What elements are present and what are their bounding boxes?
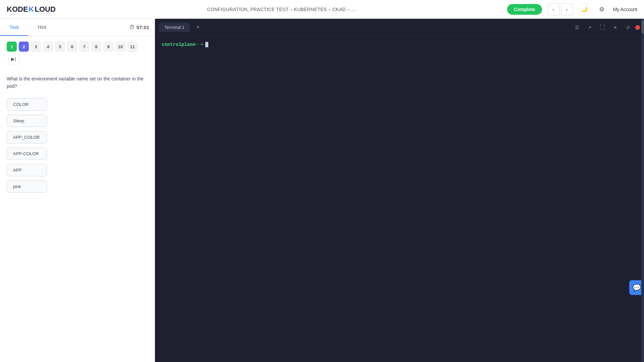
question-num-7[interactable]: 7 bbox=[79, 42, 89, 52]
theme-toggle-button[interactable]: 🌙 bbox=[578, 3, 590, 15]
tab-hint[interactable]: Hint bbox=[29, 19, 56, 36]
question-num-2[interactable]: 2 bbox=[19, 42, 29, 52]
terminal-external-link-button[interactable]: ↗ bbox=[584, 22, 595, 33]
prev-button[interactable]: ‹ bbox=[547, 3, 559, 15]
my-account-link[interactable]: My Account bbox=[613, 7, 637, 12]
question-num-9[interactable]: 9 bbox=[103, 42, 113, 52]
logo-kloud: K bbox=[29, 5, 34, 14]
moon-icon: 🌙 bbox=[581, 6, 588, 12]
question-num-8[interactable]: 8 bbox=[91, 42, 101, 52]
option-pink[interactable]: pink bbox=[7, 180, 47, 193]
question-num-5[interactable]: 5 bbox=[55, 42, 65, 52]
prev-icon: ‹ bbox=[552, 7, 554, 12]
tab-task[interactable]: Task bbox=[0, 19, 29, 36]
next-button[interactable]: › bbox=[561, 3, 573, 15]
plus-icon: + bbox=[196, 24, 200, 31]
terminal-tab-label: Terminal 1 bbox=[164, 25, 184, 30]
nav-arrows: ‹ › bbox=[547, 3, 573, 15]
scrollbar-thumb[interactable] bbox=[641, 20, 644, 34]
task-tab-bar: Task Hint ⏱ 57:01 bbox=[0, 19, 155, 36]
timer-icon: ⏱ bbox=[129, 24, 135, 31]
question-navigation: 1 2 3 4 5 6 7 8 9 10 11 ▶| bbox=[0, 36, 155, 67]
terminal-fullscreen-button[interactable]: ⛶ bbox=[597, 22, 608, 33]
top-navigation: KODEKLOUD CONFIGURATION, PRACTICE TEST –… bbox=[0, 0, 644, 19]
question-num-3[interactable]: 3 bbox=[31, 42, 41, 52]
settings-icon: ⚙ bbox=[599, 6, 604, 13]
next-icon: › bbox=[566, 7, 568, 12]
terminal-body[interactable]: controlplane ~ ➜ bbox=[155, 36, 644, 362]
terminal-menu-button[interactable]: ☰ bbox=[572, 22, 582, 33]
external-link-icon: ↗ bbox=[588, 25, 592, 30]
logo: KODEKLOUD bbox=[7, 5, 56, 14]
terminal-close-dot[interactable] bbox=[635, 25, 640, 30]
terminal-brightness-button[interactable]: ☀ bbox=[610, 22, 621, 33]
option-app-color-hyphen[interactable]: APP-COLOR bbox=[7, 147, 47, 160]
prompt-path: ~ bbox=[196, 42, 198, 47]
question-num-6[interactable]: 6 bbox=[67, 42, 77, 52]
question-text: What is the environment variable name se… bbox=[7, 75, 148, 90]
terminal-panel: Terminal 1 + ☰ ↗ ⛶ ☀ bbox=[155, 19, 644, 362]
history-icon: ↺ bbox=[626, 25, 630, 30]
question-num-10[interactable]: 10 bbox=[115, 42, 125, 52]
hamburger-icon: ☰ bbox=[575, 25, 579, 30]
terminal-history-button[interactable]: ↺ bbox=[623, 22, 633, 33]
settings-button[interactable]: ⚙ bbox=[596, 3, 608, 15]
complete-button[interactable]: Complete bbox=[507, 4, 542, 15]
play-button[interactable]: ▶| bbox=[8, 54, 19, 64]
question-num-1[interactable]: 1 bbox=[7, 42, 17, 52]
question-body: What is the environment variable name se… bbox=[0, 67, 155, 362]
option-app[interactable]: APP bbox=[7, 164, 47, 176]
prompt-hostname: controlplane bbox=[162, 42, 196, 47]
brightness-icon: ☀ bbox=[613, 25, 618, 30]
question-num-4[interactable]: 4 bbox=[43, 42, 53, 52]
timer-area: ⏱ 57:01 bbox=[129, 24, 155, 31]
timer-value: 57:01 bbox=[137, 24, 149, 30]
scrollbar[interactable] bbox=[641, 19, 644, 362]
terminal-prompt: controlplane ~ ➜ bbox=[162, 42, 637, 47]
option-color[interactable]: COLOR bbox=[7, 98, 47, 111]
logo-text: KODE bbox=[7, 5, 28, 14]
fullscreen-icon: ⛶ bbox=[600, 24, 605, 31]
option-sleep[interactable]: Sleep bbox=[7, 115, 47, 127]
terminal-cursor bbox=[205, 42, 208, 47]
add-terminal-tab-button[interactable]: + bbox=[193, 23, 203, 32]
terminal-tab-1[interactable]: Terminal 1 bbox=[159, 23, 190, 32]
question-num-11[interactable]: 11 bbox=[127, 42, 138, 52]
page-title: CONFIGURATION, PRACTICE TEST – KUBERNETE… bbox=[207, 7, 356, 12]
prompt-arrow: ➜ bbox=[200, 42, 203, 47]
option-app-color-underscore[interactable]: APP_COLOR bbox=[7, 131, 47, 143]
play-icon: ▶| bbox=[11, 56, 16, 62]
nav-right-controls: Complete ‹ › 🌙 ⚙ My Account bbox=[507, 3, 637, 15]
logo-loud: LOUD bbox=[35, 5, 55, 14]
main-layout: Task Hint ⏱ 57:01 1 2 3 4 5 6 7 8 9 10 1… bbox=[0, 19, 644, 362]
chat-icon: 💬 bbox=[633, 284, 641, 292]
left-panel: Task Hint ⏱ 57:01 1 2 3 4 5 6 7 8 9 10 1… bbox=[0, 19, 155, 362]
